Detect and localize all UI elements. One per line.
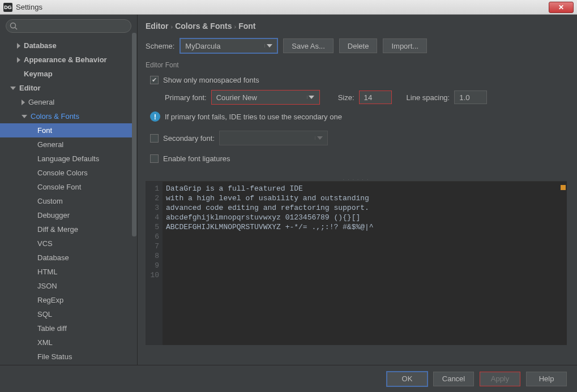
secondary-checkbox[interactable] [150,134,159,143]
app-icon: DG [3,3,12,12]
cancel-button[interactable]: Cancel [433,372,474,386]
size-label: Size: [338,93,354,102]
tree-item-editor[interactable]: Editor [0,81,137,95]
close-icon: ✕ [558,3,564,11]
tree-item-console-font[interactable]: Console Font [0,180,137,194]
tree-item-font[interactable]: Font [0,123,137,137]
tree-item-html[interactable]: HTML [0,265,137,279]
chevron-down-icon [307,96,319,99]
line-spacing-label: Line spacing: [407,93,450,102]
secondary-font-combo[interactable] [219,131,328,145]
tree-item-regexp[interactable]: RegExp [0,293,137,307]
svg-point-0 [11,23,16,28]
info-icon: ! [150,111,160,122]
help-button[interactable]: Help [526,372,567,386]
tree-item-file-status[interactable]: File Status [0,350,137,364]
save-as-button[interactable]: Save As... [283,38,334,53]
apply-button[interactable]: Apply [480,372,520,386]
search-icon [10,22,18,30]
tree-item-custom[interactable]: Custom [0,194,137,208]
sidebar: Database Appearance & Behavior Keymap Ed… [0,15,138,365]
preview-code[interactable]: DataGrip is a full-featured IDE with a h… [163,182,567,345]
secondary-font-label: Secondary font: [163,134,215,143]
ok-button[interactable]: OK [387,372,428,386]
sidebar-scrollbar[interactable] [132,31,137,257]
tree-item-console-colors[interactable]: Console Colors [0,166,137,180]
info-text: If primary font fails, IDE tries to use … [165,113,342,121]
tree-item-database2[interactable]: Database [0,251,137,265]
chevron-down-icon [315,136,327,140]
primary-font-label: Primary font: [165,93,207,102]
search-field-wrap[interactable] [6,19,131,33]
search-input[interactable] [21,22,126,31]
editor-font-legend: Editor Font [146,61,567,69]
dialog-footer: OK Cancel Apply Help [0,365,577,392]
tree-item-colors-fonts[interactable]: Colors & Fonts [0,109,137,123]
content-panel: Editor›Colors & Fonts›Font Scheme: MyDar… [138,15,577,365]
settings-tree: Database Appearance & Behavior Keymap Ed… [0,36,137,365]
font-preview: 12345678910 DataGrip is a full-featured … [146,181,567,345]
tree-item-general2[interactable]: General [0,137,137,152]
tree-item-table-diff[interactable]: Table diff [0,321,137,335]
tree-item-lang-defaults[interactable]: Language Defaults [0,152,137,166]
primary-font-combo[interactable]: Courier New [211,90,320,105]
chevron-right-icon [17,57,20,63]
ligatures-label: Enable font ligatures [163,154,230,163]
tree-item-debugger[interactable]: Debugger [0,208,137,222]
tree-item-database[interactable]: Database [0,38,137,53]
tree-item-sql[interactable]: SQL [0,307,137,321]
mono-checkbox[interactable]: ✔ [150,76,159,84]
scheme-combo[interactable]: MyDarcula [180,38,277,53]
scheme-value: MyDarcula [181,42,264,50]
delete-button[interactable]: Delete [339,38,378,53]
tree-item-appearance[interactable]: Appearance & Behavior [0,53,137,67]
chevron-down-icon [10,87,16,90]
tree-item-keymap[interactable]: Keymap [0,67,137,81]
tree-item-general[interactable]: General [0,95,137,109]
titlebar: DG Settings ✕ [0,0,577,15]
line-spacing-input[interactable] [454,91,487,104]
window-title: Settings [16,3,42,11]
chevron-right-icon [22,100,25,105]
close-button[interactable]: ✕ [549,2,574,13]
mono-label: Show only monospaced fonts [163,76,259,84]
gutter: 12345678910 [146,182,163,345]
chevron-down-icon [22,115,27,118]
tree-item-diff-merge[interactable]: Diff & Merge [0,222,137,236]
breadcrumb: Editor›Colors & Fonts›Font [146,21,567,31]
scheme-label: Scheme: [146,42,174,50]
ligatures-checkbox[interactable] [150,154,159,163]
tree-item-vcs[interactable]: VCS [0,236,137,251]
primary-font-value: Courier New [212,93,307,102]
tree-item-json[interactable]: JSON [0,279,137,293]
size-input[interactable] [359,91,392,104]
chevron-right-icon [17,43,20,49]
chevron-down-icon [264,44,277,48]
warning-marker [561,185,566,190]
tree-item-xml[interactable]: XML [0,335,137,350]
svg-line-1 [15,28,18,30]
import-button[interactable]: Import... [383,38,427,53]
